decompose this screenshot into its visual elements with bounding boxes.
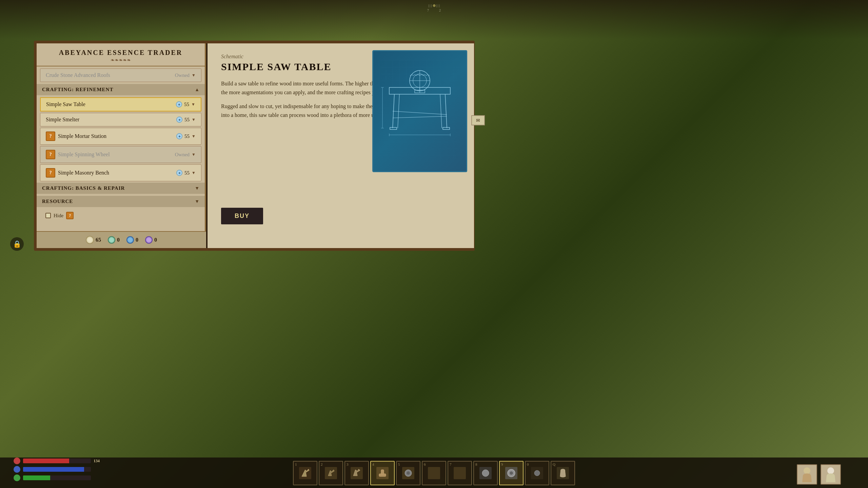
simple-saw-table-item[interactable]: Simple Saw Table ◈ 55 ▼ [40, 97, 201, 111]
section-header-basics[interactable]: CRAFTING: BASICS & REPAIR ▼ [37, 183, 205, 194]
green-amount: 0 [117, 237, 120, 243]
masonry-bench-item[interactable]: ? Simple Masonry Bench ◈ 55 ▼ [40, 164, 201, 181]
player-icon-2 [821, 464, 841, 485]
gold-amount: 65 [96, 237, 101, 243]
hotbar-icon-7 [454, 467, 466, 479]
currency-gold: 65 [86, 236, 101, 244]
spinning-wheel-item[interactable]: ? Simple Spinning Wheel Owned ▼ [40, 146, 201, 163]
saw-table-blueprint-svg [379, 60, 460, 162]
hotbar-key-9: 9 [501, 462, 503, 466]
hotbar-icon-5 [402, 467, 414, 479]
hotbar-key-5: 5 [398, 462, 400, 466]
currency-green: 0 [108, 236, 120, 244]
item-list[interactable]: Crude Stone Advanced Roofs Owned ▼ CRAFT… [37, 66, 205, 227]
hotbar-slot-6[interactable]: 6 [422, 461, 446, 485]
hotbar-icon-8 [479, 467, 492, 479]
hide-checkbox-row[interactable]: Hide ? [40, 209, 201, 222]
health-bar-bg [23, 459, 91, 463]
player-icon-1 [797, 464, 817, 485]
hotbar-key-0: 0 [527, 462, 529, 466]
right-panel: Schematic SIMPLE SAW TABLE Build a saw t… [208, 43, 474, 248]
stamina-icon [14, 466, 20, 473]
section-basics-label: CRAFTING: BASICS & REPAIR [42, 185, 125, 191]
hotbar-key-1: 1 [295, 462, 297, 466]
smelter-price: 55 [184, 117, 190, 123]
health-icon [14, 458, 20, 464]
simple-mortar-item[interactable]: ? Simple Mortar Station ◈ 55 ▼ [40, 128, 201, 145]
section-header-refinement[interactable]: CRAFTING: REFINEMENT ▲ [37, 84, 205, 95]
hotbar-key-8: 8 [475, 462, 477, 466]
trader-title: ABEYANCE ESSENCE TRADER [40, 49, 201, 57]
hotbar-slot-5[interactable]: 5 [396, 461, 420, 485]
currency-bar: 65 0 0 0 [37, 231, 206, 248]
svg-point-29 [534, 470, 540, 476]
section-refinement-label: CRAFTING: REFINEMENT [42, 87, 113, 93]
crude-stone-right: Owned ▼ [175, 73, 196, 78]
hotbar-slot-7[interactable]: 7 [448, 461, 472, 485]
purple-essence-icon [145, 236, 153, 244]
buy-button[interactable]: BUY [221, 208, 263, 224]
health-value: 134 [94, 459, 100, 464]
mortar-label: Simple Mortar Station [58, 133, 106, 139]
hide-checkbox[interactable] [45, 213, 51, 218]
saw-table-label: Simple Saw Table [46, 101, 85, 107]
section-refinement-arrow: ▲ [195, 87, 199, 93]
saw-table-right: ◈ 55 ▼ [176, 101, 195, 107]
section-basics-arrow: ▼ [195, 186, 199, 191]
top-hud: |||⊕||| 7 2 [0, 0, 868, 39]
hide-label: Hide [54, 213, 63, 219]
health-bar-fill [23, 459, 69, 463]
blue-essence-icon [126, 236, 134, 244]
section-resource-label: RESOURCE [42, 199, 73, 204]
masonry-right: ◈ 55 ▼ [176, 170, 196, 176]
hotbar-slot-0[interactable]: 0 [525, 461, 549, 485]
hotbar-icon-1 [299, 467, 311, 479]
gold-essence-icon [86, 236, 94, 244]
svg-point-26 [482, 470, 489, 476]
simple-smelter-item[interactable]: Simple Smelter ◈ 55 ▼ [40, 113, 201, 126]
green-bar-row [14, 474, 100, 481]
hotbar-icon-q [557, 467, 569, 479]
hotbar-slot-q[interactable]: Q [551, 461, 575, 485]
hotbar: 1 2 3 4 5 [293, 461, 575, 485]
masonry-coin-icon: ◈ [176, 170, 182, 176]
hotbar-key-3: 3 [347, 462, 349, 466]
hotbar-icon-0 [531, 467, 543, 479]
smelter-chevron: ▼ [192, 117, 196, 122]
hotbar-slot-1[interactable]: 1 [293, 461, 317, 485]
hotbar-slot-8[interactable]: 8 [473, 461, 498, 485]
smelter-label: Simple Smelter [46, 117, 79, 123]
svg-point-30 [804, 467, 810, 474]
saw-table-price: 55 [184, 102, 189, 107]
hotbar-slot-4[interactable]: 4 [370, 461, 395, 485]
currency-purple: 0 [145, 236, 157, 244]
crude-stone-label: Crude Stone Advanced Roofs [46, 72, 110, 78]
blueprint-image [372, 50, 467, 172]
hotbar-slot-3[interactable]: 3 [344, 461, 369, 485]
section-header-resource[interactable]: RESOURCE ▼ [37, 196, 205, 207]
hotbar-icon-9 [505, 467, 517, 479]
green-bar-bg [23, 475, 91, 480]
hotbar-key-q: Q [553, 462, 555, 466]
saw-table-chevron: ▼ [191, 102, 195, 107]
crude-stone-item[interactable]: Crude Stone Advanced Roofs Owned ▼ [40, 68, 201, 82]
coords: 7 2 [427, 8, 441, 12]
status-bars: 134 [14, 458, 100, 481]
hotbar-icon-6 [428, 467, 440, 479]
mortar-coin-icon: ◈ [176, 133, 182, 139]
main-frame: ABEYANCE ESSENCE TRADER ❧❧❧❧❧ Crude Ston… [34, 41, 475, 251]
mortar-right: ◈ 55 ▼ [176, 133, 196, 139]
svg-point-31 [827, 467, 834, 474]
crosshair-area: |||⊕||| 7 2 [427, 3, 441, 12]
purple-amount: 0 [154, 237, 157, 243]
lock-side-icon: 🔒 [10, 237, 24, 251]
stamina-bar-fill [23, 467, 84, 472]
blue-amount: 0 [136, 237, 138, 243]
svg-rect-23 [381, 470, 384, 474]
chevron-icon: ▼ [192, 73, 196, 78]
hotbar-slot-9[interactable]: 9 [499, 461, 524, 485]
mail-icon[interactable]: ✉ [471, 115, 485, 125]
hotbar-slot-2[interactable]: 2 [319, 461, 343, 485]
hotbar-key-2: 2 [321, 462, 323, 466]
stamina-bar-bg [23, 467, 91, 472]
